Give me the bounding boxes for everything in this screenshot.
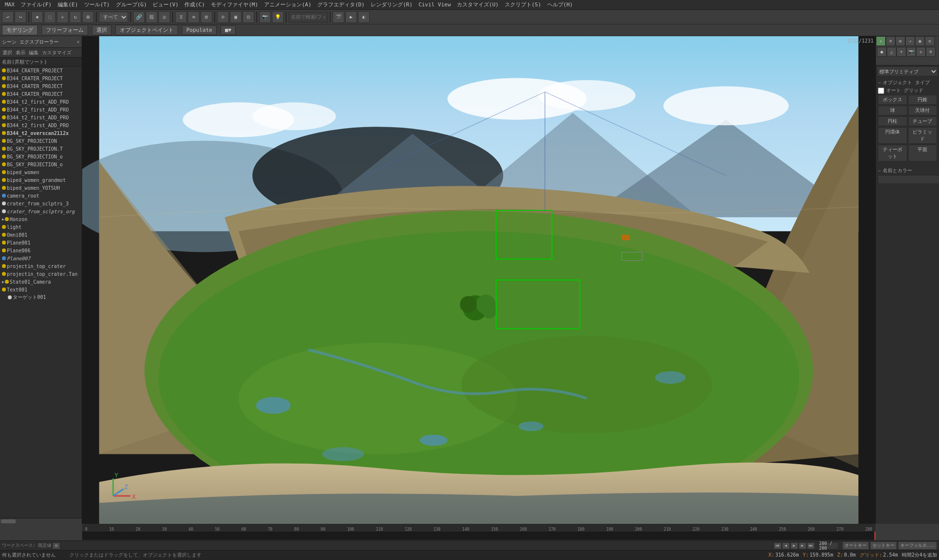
shape-btn[interactable]: △ bbox=[887, 47, 896, 57]
list-item[interactable]: BG_SKY_PROJECTION.T bbox=[0, 145, 82, 153]
menu-modifier[interactable]: モディファイヤ(M) bbox=[208, 1, 261, 8]
geosphere-button[interactable]: 天球付 bbox=[908, 106, 938, 115]
unlink-tool[interactable]: ⛓ bbox=[146, 11, 157, 23]
list-item[interactable]: BG_SKY_PROJECTION bbox=[0, 137, 82, 145]
menu-max[interactable]: MAX bbox=[2, 1, 18, 8]
list-item[interactable]: crater_from_sclptrs_3 bbox=[0, 200, 82, 207]
teapot-button[interactable]: ティーポット bbox=[878, 145, 907, 161]
scene-customize-tab[interactable]: カスタマイズ bbox=[41, 49, 73, 57]
list-item[interactable]: B344_CRATER_PROJECT bbox=[0, 90, 82, 98]
list-item[interactable]: projectin_top_crater.Tan bbox=[0, 270, 82, 278]
list-item[interactable]: B344_t2_first_ADD_PRO bbox=[0, 98, 82, 106]
spacewarp-btn[interactable]: ≋ bbox=[926, 47, 936, 57]
geometry-btn[interactable]: ● bbox=[877, 47, 887, 57]
viewport-btn-2[interactable]: ▣ bbox=[230, 11, 242, 23]
plane-button[interactable]: 平面 bbox=[908, 145, 938, 161]
next-frame-btn[interactable]: ▶ bbox=[799, 542, 806, 549]
menu-customize[interactable]: カスタマイズ(U) bbox=[454, 1, 502, 8]
list-item[interactable]: B344_t2_first_ADD_PRO bbox=[0, 106, 82, 113]
camera-btn[interactable]: 📷 bbox=[259, 11, 271, 23]
keyfilter-btn[interactable]: キーフィルタ... bbox=[898, 541, 937, 550]
render-setup[interactable]: 🎬 bbox=[333, 11, 344, 23]
light-create-btn[interactable]: ☀ bbox=[896, 47, 906, 57]
list-item[interactable]: Plane006 bbox=[0, 246, 82, 254]
menu-script[interactable]: スクリプト(S) bbox=[502, 1, 544, 8]
list-item[interactable]: B344_CRATER_PROJECT bbox=[0, 82, 82, 90]
mirror-tool[interactable]: ⧖ bbox=[175, 11, 187, 23]
move-tool[interactable]: ✛ bbox=[57, 11, 68, 23]
tab-freeform[interactable]: フリーフォーム bbox=[42, 25, 88, 35]
list-item[interactable]: Plane007 bbox=[0, 254, 82, 262]
menu-group[interactable]: グループ(G) bbox=[113, 1, 150, 8]
rotate-tool[interactable]: ↻ bbox=[69, 11, 81, 23]
list-item[interactable]: BG_SKY_PROJECTION_o bbox=[0, 160, 82, 168]
autogrid-checkbox[interactable] bbox=[878, 88, 884, 94]
pyramid-button[interactable]: ピラミッド bbox=[908, 127, 938, 144]
array-tool[interactable]: ⊞ bbox=[201, 11, 212, 23]
list-item[interactable]: B344_t2_first_ADD_PRO bbox=[0, 121, 82, 129]
camera-create-btn[interactable]: 📷 bbox=[906, 47, 916, 57]
viewport-btn-1[interactable]: ⊙ bbox=[217, 11, 229, 23]
menu-help[interactable]: ヘルプ(H) bbox=[544, 1, 576, 8]
cylinder-button[interactable]: 円柱 bbox=[878, 116, 907, 126]
scene-close-button[interactable]: ✕ bbox=[76, 39, 80, 45]
torus-button[interactable]: 円環体 bbox=[878, 127, 907, 144]
list-item[interactable]: B344_t2_overscan2112x bbox=[0, 129, 82, 137]
display-tab[interactable]: ◉ bbox=[915, 36, 925, 46]
link-tool[interactable]: 🔗 bbox=[133, 11, 145, 23]
list-item[interactable]: biped_women_YOTSUH bbox=[0, 184, 82, 192]
scene-select-tab[interactable]: 選択 bbox=[1, 49, 14, 57]
list-item[interactable]: ターゲット001 bbox=[0, 293, 82, 301]
scene-horizontal-scrollbar[interactable] bbox=[0, 518, 82, 524]
go-start-btn[interactable]: ⏮ bbox=[774, 542, 782, 549]
list-item[interactable]: B344_t2_first_ADD_PRO bbox=[0, 113, 82, 121]
setkey-btn[interactable]: セットキー bbox=[870, 541, 897, 550]
primitive-category-dropdown[interactable]: 標準プリミティブ bbox=[877, 67, 938, 76]
prev-frame-btn[interactable]: ◀ bbox=[782, 542, 790, 549]
list-item[interactable]: Text001 bbox=[0, 286, 82, 293]
render-frame[interactable]: ▶ bbox=[345, 11, 357, 23]
hierarchy-tab[interactable]: ⚙ bbox=[895, 36, 905, 46]
scene-display-tab[interactable]: 表示 bbox=[14, 49, 27, 57]
bind-tool[interactable]: ◎ bbox=[158, 11, 170, 23]
light-btn[interactable]: 💡 bbox=[272, 11, 284, 23]
list-item[interactable]: ▶State01_Camera bbox=[0, 278, 82, 286]
menu-render[interactable]: レンダリング(R) bbox=[368, 1, 416, 8]
tab-object-paint[interactable]: オブジェクトペイント bbox=[115, 25, 178, 35]
menu-view[interactable]: ビュー(V) bbox=[150, 1, 181, 8]
box-button[interactable]: ボックス bbox=[878, 95, 907, 105]
select-region[interactable]: ⬚ bbox=[44, 11, 56, 23]
viewport-3d[interactable]: X Y Z 1231/1231 bbox=[82, 36, 875, 524]
scene-edit-tab[interactable]: 編集 bbox=[27, 49, 40, 57]
list-item[interactable]: light bbox=[0, 223, 82, 231]
helper-btn[interactable]: ✛ bbox=[916, 47, 926, 57]
scale-tool[interactable]: ⊠ bbox=[82, 11, 94, 23]
workspace-settings-btn[interactable]: ⚙ bbox=[52, 542, 60, 549]
tab-selection[interactable]: 選択 bbox=[92, 25, 112, 35]
menu-graph[interactable]: グラフエディタ(D) bbox=[314, 1, 368, 8]
active-shade[interactable]: ◐ bbox=[358, 11, 370, 23]
menu-create[interactable]: 作成(C) bbox=[181, 1, 208, 8]
menu-edit[interactable]: 編集(E) bbox=[55, 1, 81, 8]
menu-civil[interactable]: Civil View bbox=[416, 1, 454, 8]
tab-populate[interactable]: Populate bbox=[182, 25, 217, 35]
list-item[interactable]: ▶Honzon bbox=[0, 215, 82, 223]
cone-button[interactable]: 円錐 bbox=[908, 95, 938, 105]
object-name-input[interactable] bbox=[878, 175, 939, 184]
create-tab[interactable]: ✦ bbox=[876, 36, 886, 46]
tab-modeling[interactable]: モデリング bbox=[2, 25, 38, 35]
redo-button[interactable]: ↪ bbox=[15, 11, 26, 23]
list-item[interactable]: Plane001 bbox=[0, 239, 82, 246]
utility-tab[interactable]: ⚒ bbox=[925, 36, 935, 46]
undo-button[interactable]: ↩ bbox=[2, 11, 14, 23]
list-item[interactable]: projectin_top_crater bbox=[0, 262, 82, 270]
modify-tab[interactable]: ≋ bbox=[886, 36, 895, 46]
autokey-btn[interactable]: オートキー bbox=[842, 541, 869, 550]
list-item[interactable]: BG_SKY_PROJECTION_o bbox=[0, 153, 82, 160]
play-btn[interactable]: ▶ bbox=[790, 542, 798, 549]
select-tool[interactable]: ✱ bbox=[31, 11, 43, 23]
list-item[interactable]: camera_root bbox=[0, 192, 82, 200]
list-item[interactable]: B344_CRATER_PROJECT bbox=[0, 67, 82, 74]
list-item[interactable]: biped_women bbox=[0, 168, 82, 176]
list-item[interactable]: B344_CRATER_PROJECT bbox=[0, 74, 82, 82]
